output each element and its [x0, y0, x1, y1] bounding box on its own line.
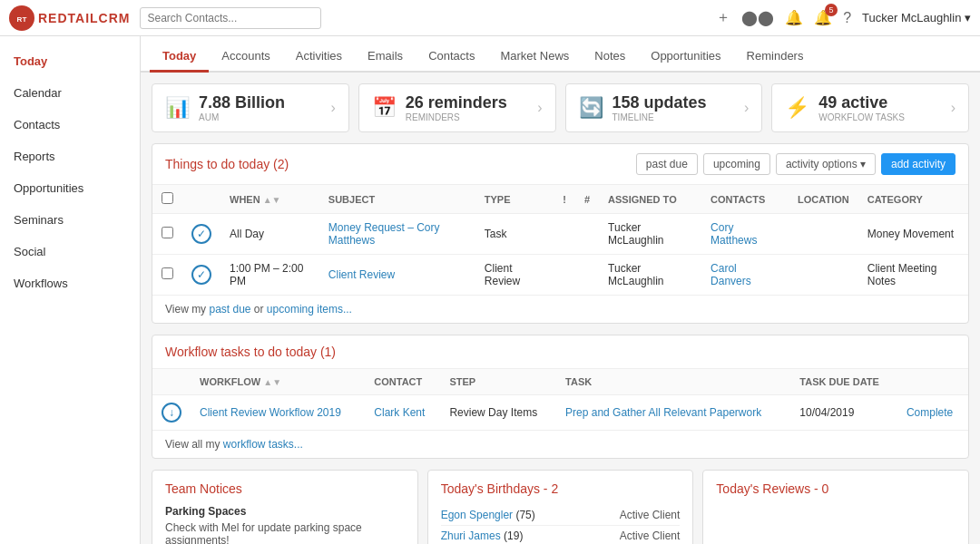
past-due-link[interactable]: past due [209, 303, 250, 316]
upcoming-items-link[interactable]: upcoming items... [267, 303, 352, 316]
wf-col-workflow: WORKFLOW ▲▼ [191, 369, 365, 395]
wf-row1-contact-link[interactable]: Clark Kent [374, 406, 425, 419]
row2-contact-link[interactable]: Carol Danvers [710, 262, 751, 287]
stat-aum[interactable]: 📊 7.88 Billion AUM › [152, 83, 349, 132]
wf-row1-task-link[interactable]: Prep and Gather All Relevant Paperwork [565, 406, 761, 419]
past-due-button[interactable]: past due [636, 153, 698, 175]
row2-location [789, 255, 858, 296]
activity-options-button[interactable]: activity options ▾ [776, 153, 876, 175]
birthday-egon-link[interactable]: Egon Spengler [441, 509, 513, 521]
col-priority: ! [554, 185, 575, 214]
tab-emails[interactable]: Emails [355, 42, 416, 73]
row1-subject-link[interactable]: Money Request – Cory Matthews [328, 221, 440, 247]
row2-when: 1:00 PM – 2:00 PM [220, 255, 319, 296]
sidebar-item-opportunities[interactable]: Opportunities [0, 172, 140, 204]
sidebar-item-calendar[interactable]: Calendar [0, 77, 140, 109]
workflow-title: Workflow tasks to do today (1) [165, 345, 336, 359]
page-content: 📊 7.88 Billion AUM › 📅 26 reminders REMI… [141, 73, 980, 544]
row2-checkbox [152, 255, 182, 296]
add-activity-button[interactable]: add activity [881, 153, 956, 175]
col-checkbox [152, 185, 182, 214]
workflow-value: 49 active [818, 93, 905, 112]
stat-reminders-left: 📅 26 reminders REMINDERS [372, 93, 507, 122]
stat-workflow-left: ⚡ 49 active WORKFLOW TASKS [785, 93, 905, 122]
stat-aum-left: 📊 7.88 Billion AUM [165, 93, 285, 122]
tab-today[interactable]: Today [150, 42, 209, 73]
stat-reminders[interactable]: 📅 26 reminders REMINDERS › [358, 83, 556, 132]
row1-category: Money Movement [858, 214, 968, 255]
tab-activities[interactable]: Activities [283, 42, 355, 73]
sidebar-item-social[interactable]: Social [0, 236, 140, 267]
row1-contact-link[interactable]: Cory Matthews [710, 221, 757, 247]
sidebar-item-seminars[interactable]: Seminars [0, 204, 140, 236]
notice-label: Parking Spaces [165, 505, 405, 518]
workflow-section: Workflow tasks to do today (1) WORKFLOW … [152, 335, 969, 459]
when-sort-icon: ▲▼ [263, 195, 281, 205]
upcoming-button[interactable]: upcoming [703, 153, 770, 175]
sidebar-item-workflows[interactable]: Workflows [0, 267, 140, 299]
reminders-arrow: › [537, 100, 542, 116]
sidebar-item-contacts[interactable]: Contacts [0, 109, 140, 141]
notification-badge[interactable]: 🔔 5 [814, 9, 832, 26]
row2-number [575, 255, 599, 296]
aum-value: 7.88 Billion [199, 93, 285, 112]
share-icon[interactable]: ⬤⬤ [741, 9, 774, 26]
stats-row: 📊 7.88 Billion AUM › 📅 26 reminders REMI… [152, 83, 969, 132]
sidebar-item-reports[interactable]: Reports [0, 141, 140, 172]
main-content: Today Accounts Activities Emails Contact… [141, 36, 980, 544]
tab-contacts[interactable]: Contacts [416, 42, 487, 73]
row2-contact: Carol Danvers [701, 255, 789, 296]
row1-priority [554, 214, 575, 255]
bell-icon[interactable]: 🔔 [785, 9, 803, 26]
activities-view-more: View my past due or upcoming items... [152, 295, 968, 323]
tab-marketnews[interactable]: Market News [487, 42, 582, 73]
wf-row1-expand[interactable]: ↓ [162, 403, 181, 423]
row1-expand[interactable]: ✓ [191, 224, 211, 244]
notification-count: 5 [825, 4, 838, 16]
activities-header: Things to do today (2) past due upcoming… [152, 144, 968, 185]
wf-col-action [897, 369, 968, 395]
wf-row1-complete-button[interactable]: Complete [906, 406, 953, 419]
stat-workflow[interactable]: ⚡ 49 active WORKFLOW TASKS › [771, 83, 969, 132]
tab-opportunities[interactable]: Opportunities [638, 42, 733, 73]
tab-reminders[interactable]: Reminders [734, 42, 817, 73]
row2-expand[interactable]: ✓ [191, 265, 211, 285]
birthday-zhuri-link[interactable]: Zhuri James [441, 529, 501, 542]
activities-section: Things to do today (2) past due upcoming… [152, 143, 969, 324]
row1-location [789, 214, 858, 255]
search-input[interactable] [140, 7, 321, 29]
workflow-view-more: View all my workflow tasks... [152, 430, 968, 458]
add-icon[interactable]: ＋ [716, 8, 730, 27]
wf-row1-workflow-link[interactable]: Client Review Workflow 2019 [200, 406, 341, 419]
col-icon [182, 185, 220, 214]
row2-subject-link[interactable]: Client Review [328, 268, 395, 281]
row1-check[interactable] [162, 227, 173, 238]
stat-updates-left: 🔄 158 updates TIMELINE [579, 93, 707, 122]
workflow-arrow: › [951, 100, 956, 116]
sidebar-item-today[interactable]: Today [0, 45, 140, 77]
help-icon[interactable]: ? [843, 10, 851, 26]
workflow-header: Workflow tasks to do today (1) [152, 335, 968, 369]
col-number: # [575, 185, 599, 214]
stat-updates[interactable]: 🔄 158 updates TIMELINE › [565, 83, 763, 132]
user-menu[interactable]: Tucker McLaughlin ▾ [862, 11, 971, 24]
col-assigned: ASSIGNED TO [599, 185, 701, 214]
tab-notes[interactable]: Notes [582, 42, 638, 73]
row2-check[interactable] [162, 267, 173, 279]
activities-actions: past due upcoming activity options ▾ add… [636, 153, 956, 175]
birthdays-title: Today's Birthdays - 2 [441, 481, 681, 496]
select-all-checkbox[interactable] [162, 192, 173, 204]
workflow-tasks-link[interactable]: workflow tasks... [223, 438, 303, 451]
svg-text:RT: RT [17, 15, 27, 23]
tab-accounts[interactable]: Accounts [209, 42, 282, 73]
wf-row1-contact: Clark Kent [365, 395, 440, 431]
workflow-table: WORKFLOW ▲▼ CONTACT STEP TASK TASK DUE D… [152, 369, 968, 430]
col-location: LOCATION [789, 185, 858, 214]
list-item: Zhuri James (19) Active Client [441, 526, 681, 544]
workflow-sort-icon: ▲▼ [263, 377, 281, 387]
wf-row1-workflow: Client Review Workflow 2019 [191, 395, 365, 431]
birthdays-card: Today's Birthdays - 2 Egon Spengler (75)… [427, 470, 694, 544]
col-when: WHEN ▲▼ [220, 185, 319, 214]
row1-number [575, 214, 599, 255]
workflow-label: WORKFLOW TASKS [818, 112, 905, 122]
